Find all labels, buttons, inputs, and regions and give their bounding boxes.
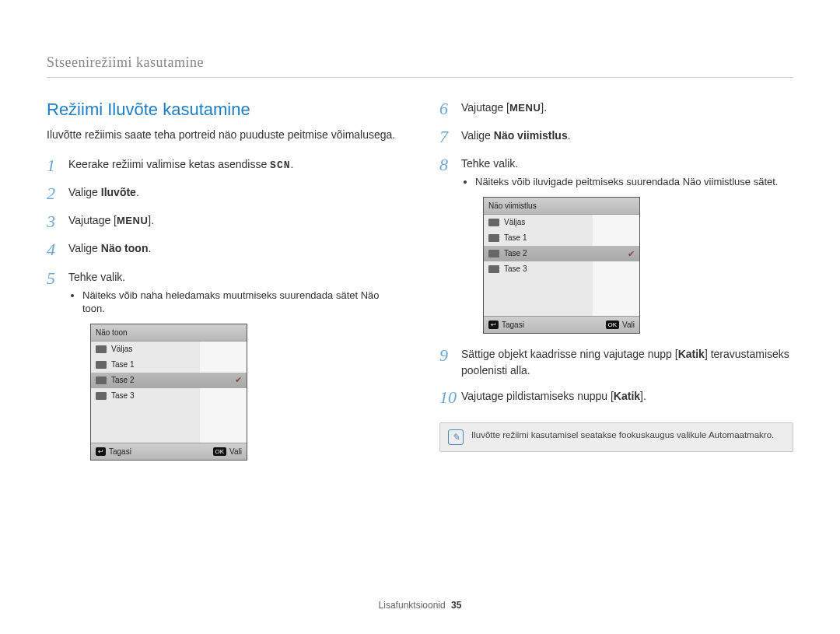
lcd-row-label: Väljas bbox=[111, 343, 132, 355]
return-icon bbox=[96, 447, 106, 456]
step-text: Valige Iluvõte. bbox=[68, 184, 401, 201]
lcd-title: Näo toon bbox=[91, 324, 247, 342]
lcd-back: Tagasi bbox=[488, 319, 524, 331]
lcd-back: Tagasi bbox=[96, 446, 131, 457]
step-text: Valige Näo toon. bbox=[68, 240, 401, 257]
level-icon bbox=[96, 345, 107, 353]
lcd-back-label: Tagasi bbox=[109, 446, 131, 457]
lcd-row: Tase 3 bbox=[484, 261, 639, 277]
step: 10 Vajutage pildistamiseks nuppu [Katik]… bbox=[439, 388, 793, 407]
step-text: Tehke valik. Näiteks võib naha heledamak… bbox=[68, 269, 401, 461]
lcd-body: Väljas Tase 1 Tase 2✔ Tase 3 bbox=[91, 342, 247, 443]
step-number: 4 bbox=[47, 240, 68, 259]
step: 9 Sättige objekt kaadrisse ning vajutage… bbox=[439, 346, 793, 379]
level-icon bbox=[96, 377, 107, 384]
text: Keerake režiimi valimise ketas asendisse bbox=[68, 158, 270, 170]
step: 2 Valige Iluvõte. bbox=[47, 184, 401, 203]
level-icon bbox=[488, 250, 499, 257]
step-text: Vajutage [MENU]. bbox=[461, 100, 793, 116]
lcd-back-label: Tagasi bbox=[502, 319, 524, 331]
ok-icon: OK bbox=[213, 447, 227, 456]
footer-label: Lisafunktsioonid bbox=[379, 600, 446, 611]
text: ]. bbox=[541, 101, 547, 114]
lcd-row-label: Tase 2 bbox=[111, 374, 134, 386]
bullet: Näiteks võib iluvigade peitmiseks suuren… bbox=[475, 175, 793, 189]
lcd-ok: OKVali bbox=[606, 319, 635, 331]
text: ]. bbox=[640, 390, 646, 402]
page: Stseenirežiimi kasutamine Režiimi Iluvõt… bbox=[0, 0, 840, 501]
text: Vajutage pildistamiseks nuppu [ bbox=[461, 390, 614, 402]
text-bold: Näo viimistlus bbox=[494, 129, 568, 142]
left-steps: 1 Keerake režiimi valimise ketas asendis… bbox=[47, 156, 401, 461]
right-column: 6 Vajutage [MENU]. 7 Valige Näo viimistl… bbox=[439, 100, 793, 470]
step-number: 1 bbox=[47, 156, 68, 175]
page-footer: Lisafunktsioonid 35 bbox=[0, 600, 840, 611]
lcd-row: Tase 1 bbox=[484, 230, 639, 246]
step-number: 6 bbox=[439, 100, 461, 118]
section-title: Režiimi Iluvõte kasutamine bbox=[47, 100, 401, 120]
level-icon bbox=[488, 265, 499, 273]
lcd-row-label: Väljas bbox=[504, 216, 525, 228]
level-icon bbox=[96, 392, 107, 400]
text: . bbox=[568, 129, 571, 142]
text: Vajutage [ bbox=[68, 214, 117, 226]
step-text: Keerake režiimi valimise ketas asendisse… bbox=[68, 156, 401, 173]
lcd-empty bbox=[484, 277, 639, 316]
level-icon bbox=[96, 361, 107, 369]
step-number: 7 bbox=[439, 128, 461, 146]
text-bold: Iluvõte bbox=[101, 186, 136, 198]
text: Sättige objekt kaadrisse ning vajutage n… bbox=[461, 348, 678, 360]
check-icon: ✔ bbox=[628, 247, 635, 261]
step-number: 2 bbox=[47, 184, 68, 203]
note-icon: ✎ bbox=[448, 429, 464, 445]
text: . bbox=[136, 186, 139, 198]
menu-label: MENU bbox=[117, 215, 148, 226]
step: 4 Valige Näo toon. bbox=[47, 240, 401, 259]
return-icon bbox=[488, 321, 499, 329]
lcd-screenshot: Näo toon Väljas Tase 1 Tase 2✔ Tase 3 Ta… bbox=[90, 324, 247, 461]
lcd-empty bbox=[91, 404, 247, 443]
lcd-row: Tase 3 bbox=[91, 388, 247, 404]
step: 3 Vajutage [MENU]. bbox=[47, 212, 401, 231]
sub-bullets: Näiteks võib iluvigade peitmiseks suuren… bbox=[475, 175, 793, 189]
step-text: Sättige objekt kaadrisse ning vajutage n… bbox=[461, 346, 793, 379]
note-text: Iluvõtte režiimi kasutamisel seatakse fo… bbox=[471, 429, 774, 442]
text: Vajutage [ bbox=[461, 101, 509, 114]
columns: Režiimi Iluvõte kasutamine Iluvõtte reži… bbox=[47, 100, 793, 470]
scn-icon: SCN bbox=[270, 159, 290, 171]
text-bold: Näo toon bbox=[101, 242, 149, 254]
step: 7 Valige Näo viimistlus. bbox=[439, 128, 793, 146]
ok-icon: OK bbox=[606, 321, 620, 329]
step-number: 10 bbox=[439, 388, 461, 407]
lcd-row: Tase 1 bbox=[91, 357, 247, 373]
right-steps: 6 Vajutage [MENU]. 7 Valige Näo viimistl… bbox=[439, 100, 793, 407]
step-number: 3 bbox=[47, 212, 68, 231]
step-number: 8 bbox=[439, 156, 461, 174]
lcd-row-label: Tase 2 bbox=[504, 247, 527, 259]
step-number: 5 bbox=[47, 269, 68, 288]
lcd-row: Väljas bbox=[91, 342, 247, 357]
step-text: Tehke valik. Näiteks võib iluvigade peit… bbox=[461, 156, 793, 334]
text: Valige bbox=[461, 129, 494, 142]
lcd-ok: OKVali bbox=[213, 446, 243, 457]
page-number: 35 bbox=[451, 600, 461, 611]
lcd-row-label: Tase 1 bbox=[111, 359, 134, 370]
step-text: Valige Näo viimistlus. bbox=[461, 128, 793, 144]
text: . bbox=[148, 242, 151, 254]
bullet: Näiteks võib naha heledamaks muutmiseks … bbox=[82, 289, 401, 316]
step: 8 Tehke valik. Näiteks võib iluvigade pe… bbox=[439, 156, 793, 334]
text: Valige bbox=[68, 186, 101, 198]
menu-label: MENU bbox=[509, 102, 541, 114]
lcd-ok-label: Vali bbox=[229, 446, 242, 457]
step: 6 Vajutage [MENU]. bbox=[439, 100, 793, 118]
sub-bullets: Näiteks võib naha heledamaks muutmiseks … bbox=[82, 289, 401, 316]
step: 5 Tehke valik. Näiteks võib naha heledam… bbox=[47, 269, 401, 461]
lcd-ok-label: Vali bbox=[622, 319, 635, 331]
left-column: Režiimi Iluvõte kasutamine Iluvõtte reži… bbox=[47, 100, 401, 470]
lcd-row: Väljas bbox=[484, 215, 639, 230]
text: Tehke valik. bbox=[68, 271, 125, 283]
note-box: ✎ Iluvõtte režiimi kasutamisel seatakse … bbox=[439, 422, 793, 452]
text: Valige bbox=[68, 242, 101, 254]
check-icon: ✔ bbox=[235, 373, 242, 387]
text: Tehke valik. bbox=[461, 157, 518, 170]
